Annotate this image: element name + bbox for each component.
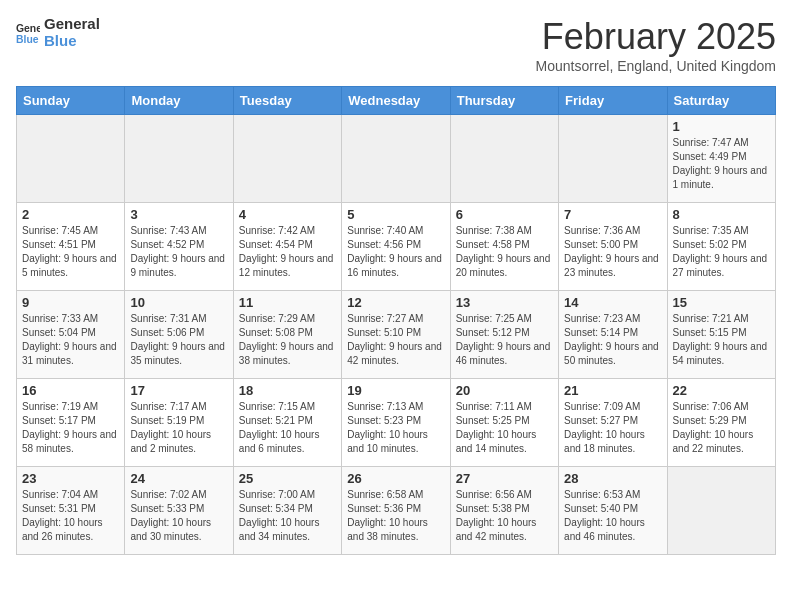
day-number: 4 — [239, 207, 336, 222]
svg-text:General: General — [16, 23, 40, 34]
calendar-cell — [342, 115, 450, 203]
day-info: Sunrise: 7:47 AM Sunset: 4:49 PM Dayligh… — [673, 136, 770, 192]
day-number: 1 — [673, 119, 770, 134]
day-info: Sunrise: 7:13 AM Sunset: 5:23 PM Dayligh… — [347, 400, 444, 456]
day-number: 24 — [130, 471, 227, 486]
calendar-cell: 20Sunrise: 7:11 AM Sunset: 5:25 PM Dayli… — [450, 379, 558, 467]
day-number: 26 — [347, 471, 444, 486]
day-info: Sunrise: 7:27 AM Sunset: 5:10 PM Dayligh… — [347, 312, 444, 368]
day-number: 20 — [456, 383, 553, 398]
day-number: 14 — [564, 295, 661, 310]
day-info: Sunrise: 7:35 AM Sunset: 5:02 PM Dayligh… — [673, 224, 770, 280]
day-number: 12 — [347, 295, 444, 310]
calendar-cell: 14Sunrise: 7:23 AM Sunset: 5:14 PM Dayli… — [559, 291, 667, 379]
calendar-cell: 26Sunrise: 6:58 AM Sunset: 5:36 PM Dayli… — [342, 467, 450, 555]
day-number: 9 — [22, 295, 119, 310]
calendar-table: SundayMondayTuesdayWednesdayThursdayFrid… — [16, 86, 776, 555]
calendar-cell — [559, 115, 667, 203]
calendar-week-2: 2Sunrise: 7:45 AM Sunset: 4:51 PM Daylig… — [17, 203, 776, 291]
calendar-cell: 22Sunrise: 7:06 AM Sunset: 5:29 PM Dayli… — [667, 379, 775, 467]
day-info: Sunrise: 7:38 AM Sunset: 4:58 PM Dayligh… — [456, 224, 553, 280]
calendar-week-3: 9Sunrise: 7:33 AM Sunset: 5:04 PM Daylig… — [17, 291, 776, 379]
day-info: Sunrise: 7:11 AM Sunset: 5:25 PM Dayligh… — [456, 400, 553, 456]
calendar-cell: 13Sunrise: 7:25 AM Sunset: 5:12 PM Dayli… — [450, 291, 558, 379]
day-info: Sunrise: 7:40 AM Sunset: 4:56 PM Dayligh… — [347, 224, 444, 280]
calendar-cell: 23Sunrise: 7:04 AM Sunset: 5:31 PM Dayli… — [17, 467, 125, 555]
calendar-cell: 10Sunrise: 7:31 AM Sunset: 5:06 PM Dayli… — [125, 291, 233, 379]
day-number: 19 — [347, 383, 444, 398]
calendar-cell: 2Sunrise: 7:45 AM Sunset: 4:51 PM Daylig… — [17, 203, 125, 291]
logo-blue: Blue — [44, 33, 100, 50]
day-info: Sunrise: 7:23 AM Sunset: 5:14 PM Dayligh… — [564, 312, 661, 368]
day-info: Sunrise: 7:21 AM Sunset: 5:15 PM Dayligh… — [673, 312, 770, 368]
logo-general: General — [44, 16, 100, 33]
calendar-cell — [667, 467, 775, 555]
day-number: 17 — [130, 383, 227, 398]
day-info: Sunrise: 7:25 AM Sunset: 5:12 PM Dayligh… — [456, 312, 553, 368]
calendar-header-row: SundayMondayTuesdayWednesdayThursdayFrid… — [17, 87, 776, 115]
calendar-cell: 12Sunrise: 7:27 AM Sunset: 5:10 PM Dayli… — [342, 291, 450, 379]
calendar-cell — [233, 115, 341, 203]
calendar-cell: 18Sunrise: 7:15 AM Sunset: 5:21 PM Dayli… — [233, 379, 341, 467]
day-number: 2 — [22, 207, 119, 222]
day-info: Sunrise: 7:43 AM Sunset: 4:52 PM Dayligh… — [130, 224, 227, 280]
calendar-cell: 15Sunrise: 7:21 AM Sunset: 5:15 PM Dayli… — [667, 291, 775, 379]
day-info: Sunrise: 7:00 AM Sunset: 5:34 PM Dayligh… — [239, 488, 336, 544]
day-number: 15 — [673, 295, 770, 310]
calendar-cell: 16Sunrise: 7:19 AM Sunset: 5:17 PM Dayli… — [17, 379, 125, 467]
calendar-cell: 19Sunrise: 7:13 AM Sunset: 5:23 PM Dayli… — [342, 379, 450, 467]
title-section: February 2025 Mountsorrel, England, Unit… — [536, 16, 776, 74]
day-info: Sunrise: 7:04 AM Sunset: 5:31 PM Dayligh… — [22, 488, 119, 544]
day-info: Sunrise: 7:36 AM Sunset: 5:00 PM Dayligh… — [564, 224, 661, 280]
calendar-cell: 5Sunrise: 7:40 AM Sunset: 4:56 PM Daylig… — [342, 203, 450, 291]
day-number: 3 — [130, 207, 227, 222]
day-info: Sunrise: 7:02 AM Sunset: 5:33 PM Dayligh… — [130, 488, 227, 544]
day-number: 25 — [239, 471, 336, 486]
day-info: Sunrise: 7:42 AM Sunset: 4:54 PM Dayligh… — [239, 224, 336, 280]
day-info: Sunrise: 7:06 AM Sunset: 5:29 PM Dayligh… — [673, 400, 770, 456]
day-number: 7 — [564, 207, 661, 222]
calendar-cell — [17, 115, 125, 203]
calendar-cell: 28Sunrise: 6:53 AM Sunset: 5:40 PM Dayli… — [559, 467, 667, 555]
column-header-wednesday: Wednesday — [342, 87, 450, 115]
calendar-cell: 27Sunrise: 6:56 AM Sunset: 5:38 PM Dayli… — [450, 467, 558, 555]
calendar-cell: 6Sunrise: 7:38 AM Sunset: 4:58 PM Daylig… — [450, 203, 558, 291]
day-info: Sunrise: 7:33 AM Sunset: 5:04 PM Dayligh… — [22, 312, 119, 368]
day-info: Sunrise: 7:09 AM Sunset: 5:27 PM Dayligh… — [564, 400, 661, 456]
calendar-cell: 17Sunrise: 7:17 AM Sunset: 5:19 PM Dayli… — [125, 379, 233, 467]
column-header-sunday: Sunday — [17, 87, 125, 115]
calendar-cell: 8Sunrise: 7:35 AM Sunset: 5:02 PM Daylig… — [667, 203, 775, 291]
day-number: 16 — [22, 383, 119, 398]
calendar-cell: 1Sunrise: 7:47 AM Sunset: 4:49 PM Daylig… — [667, 115, 775, 203]
day-number: 5 — [347, 207, 444, 222]
day-number: 23 — [22, 471, 119, 486]
column-header-saturday: Saturday — [667, 87, 775, 115]
column-header-thursday: Thursday — [450, 87, 558, 115]
day-info: Sunrise: 6:58 AM Sunset: 5:36 PM Dayligh… — [347, 488, 444, 544]
day-number: 8 — [673, 207, 770, 222]
calendar-cell — [450, 115, 558, 203]
day-number: 11 — [239, 295, 336, 310]
calendar-title: February 2025 — [536, 16, 776, 58]
day-number: 21 — [564, 383, 661, 398]
day-number: 6 — [456, 207, 553, 222]
logo-icon: General Blue — [16, 21, 40, 45]
calendar-cell: 24Sunrise: 7:02 AM Sunset: 5:33 PM Dayli… — [125, 467, 233, 555]
day-number: 28 — [564, 471, 661, 486]
day-info: Sunrise: 7:17 AM Sunset: 5:19 PM Dayligh… — [130, 400, 227, 456]
day-number: 27 — [456, 471, 553, 486]
calendar-cell: 9Sunrise: 7:33 AM Sunset: 5:04 PM Daylig… — [17, 291, 125, 379]
calendar-cell: 4Sunrise: 7:42 AM Sunset: 4:54 PM Daylig… — [233, 203, 341, 291]
column-header-friday: Friday — [559, 87, 667, 115]
logo: General Blue General Blue — [16, 16, 100, 49]
day-number: 22 — [673, 383, 770, 398]
calendar-week-1: 1Sunrise: 7:47 AM Sunset: 4:49 PM Daylig… — [17, 115, 776, 203]
day-number: 13 — [456, 295, 553, 310]
calendar-week-5: 23Sunrise: 7:04 AM Sunset: 5:31 PM Dayli… — [17, 467, 776, 555]
day-info: Sunrise: 7:45 AM Sunset: 4:51 PM Dayligh… — [22, 224, 119, 280]
column-header-monday: Monday — [125, 87, 233, 115]
calendar-cell: 11Sunrise: 7:29 AM Sunset: 5:08 PM Dayli… — [233, 291, 341, 379]
calendar-cell — [125, 115, 233, 203]
day-info: Sunrise: 6:56 AM Sunset: 5:38 PM Dayligh… — [456, 488, 553, 544]
column-header-tuesday: Tuesday — [233, 87, 341, 115]
